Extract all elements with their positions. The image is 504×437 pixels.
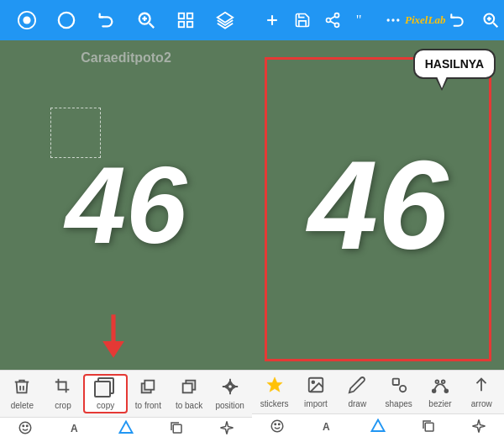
svg-point-28 (327, 18, 331, 23)
text-nav-right[interactable]: A (318, 417, 337, 435)
svg-text:": " (356, 12, 362, 28)
to-back-tool[interactable]: to back (169, 374, 210, 413)
bezier-tool[interactable]: bezier (419, 374, 460, 410)
stickers-tool[interactable]: stickers (254, 374, 295, 410)
stickers-nav-right[interactable] (268, 417, 286, 435)
crop-icon (54, 377, 72, 399)
arrow-tool[interactable]: arrow (461, 374, 502, 410)
stickers-icon (265, 376, 284, 398)
svg-point-57 (279, 424, 281, 425)
to-front-tool[interactable]: to front (128, 374, 169, 413)
svg-point-50 (433, 390, 436, 393)
shape-nav-right[interactable] (369, 417, 387, 435)
speech-bubble: HASILNYA (413, 49, 496, 79)
svg-point-29 (335, 23, 339, 27)
left-top-toolbar (0, 0, 252, 40)
number-display-right: 46 (308, 133, 449, 278)
svg-point-35 (396, 18, 399, 21)
svg-rect-9 (179, 22, 184, 27)
right-bottom-toolbar: stickers import (252, 370, 504, 437)
number-display-left: 46 (66, 142, 187, 268)
import-icon (307, 376, 325, 398)
svg-point-47 (312, 381, 314, 383)
sparkle-nav-left[interactable] (218, 419, 236, 437)
left-bottom-nav: A (0, 417, 252, 437)
svg-marker-59 (372, 419, 385, 431)
copy-nav-left[interactable] (167, 419, 186, 437)
sparkle-nav-right[interactable] (470, 417, 488, 435)
svg-text:A: A (71, 422, 78, 434)
to-front-label: to front (135, 401, 161, 410)
edit-selection-box (50, 108, 101, 158)
svg-marker-13 (102, 341, 124, 358)
save-icon[interactable] (291, 8, 314, 32)
right-panel: " PixelLab (252, 0, 504, 437)
layers-icon[interactable] (213, 8, 237, 32)
draw-label: draw (348, 399, 366, 408)
more-icon-right[interactable] (381, 8, 405, 32)
text-nav-left[interactable]: A (66, 419, 85, 437)
to-front-icon (139, 377, 157, 399)
quote-icon[interactable]: " (351, 8, 375, 32)
svg-rect-48 (392, 379, 398, 385)
right-top-toolbar: " PixelLab (252, 0, 504, 40)
import-label: import (304, 399, 328, 408)
svg-rect-15 (145, 381, 155, 390)
right-bottom-tools-row: stickers import (252, 371, 504, 413)
delete-icon (13, 377, 31, 399)
back-icon[interactable] (15, 8, 39, 32)
right-canvas: HASILNYA 46 (252, 40, 504, 370)
svg-point-56 (275, 424, 276, 425)
position-icon (221, 377, 239, 399)
to-back-label: to back (176, 401, 202, 410)
copy-tool[interactable]: copy (83, 374, 128, 413)
watermark-text: Caraeditpoto2 (81, 50, 171, 66)
copy-nav-right[interactable] (419, 417, 438, 435)
shapes-tool[interactable]: shapes (378, 374, 419, 410)
to-back-icon (180, 377, 198, 399)
svg-point-53 (442, 381, 445, 384)
pixellab-logo: PixelLab (405, 13, 445, 27)
grid-icon[interactable] (174, 8, 197, 32)
svg-point-27 (335, 13, 339, 18)
position-label: position (215, 401, 244, 410)
bezier-label: bezier (428, 399, 451, 408)
zoom-icon[interactable] (134, 8, 158, 32)
svg-point-18 (228, 384, 233, 389)
svg-line-31 (330, 16, 335, 18)
svg-rect-60 (425, 423, 433, 431)
svg-point-21 (27, 425, 29, 427)
undo-icon-right[interactable] (445, 8, 469, 32)
svg-marker-23 (120, 421, 133, 433)
undo-icon[interactable] (94, 8, 118, 32)
svg-rect-10 (187, 22, 192, 27)
svg-line-37 (494, 23, 498, 27)
stickers-nav-left[interactable] (16, 419, 34, 437)
zoom-icon-right[interactable] (479, 8, 502, 32)
import-tool[interactable]: import (295, 374, 336, 410)
draw-tool[interactable]: draw (337, 374, 378, 410)
position-tool[interactable]: position (209, 374, 250, 413)
svg-line-30 (330, 21, 335, 24)
right-toolbar-icons (445, 8, 504, 32)
delete-tool[interactable]: delete (2, 374, 43, 413)
circle-icon[interactable] (55, 8, 78, 32)
svg-rect-7 (179, 13, 184, 18)
add-icon[interactable] (260, 8, 284, 32)
left-canvas: Caraeditpoto2 46 (0, 40, 252, 370)
crop-tool[interactable]: crop (43, 374, 84, 413)
svg-marker-45 (266, 377, 281, 392)
right-bottom-nav: A (252, 413, 504, 437)
bottom-tools-row: delete crop copy (0, 371, 252, 417)
svg-rect-17 (183, 383, 192, 392)
delete-label: delete (11, 401, 34, 410)
arrow-icon (472, 376, 491, 398)
svg-point-33 (387, 18, 390, 21)
arrow-label: arrow (471, 399, 492, 408)
svg-rect-24 (173, 424, 181, 433)
share-icon[interactable] (321, 8, 344, 32)
svg-text:A: A (323, 420, 330, 432)
shape-nav-left[interactable] (117, 419, 135, 437)
arrow-down-icon (92, 311, 134, 361)
shapes-icon (390, 376, 408, 398)
